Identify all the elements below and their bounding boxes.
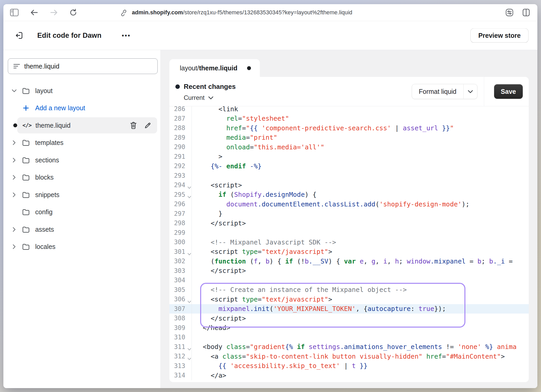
save-button[interactable]: Save — [494, 84, 523, 99]
editor-toolbar: Recent changes Current Format liquid — [169, 77, 529, 106]
file-search-box[interactable] — [8, 58, 158, 74]
address-bar[interactable]: admin.shopify.com/store/rzq1xu-f5/themes… — [132, 9, 352, 16]
line-number: 310 — [169, 333, 192, 342]
code-line-290[interactable]: 290 onload="this.media='all'" — [169, 142, 529, 152]
code-line-302[interactable]: 302 (function (f, b) { if (!b.__SV) { va… — [169, 256, 529, 266]
code-line-content: > — [192, 152, 529, 162]
code-line-content: <link — [192, 106, 529, 114]
code-line-content: <!-- Create an instance of the Mixpanel … — [192, 285, 529, 295]
sidebar-item-config[interactable]: config — [3, 204, 160, 221]
tab-theme-liquid[interactable]: layout/theme.liquid — [169, 59, 260, 77]
chevron-right-icon[interactable] — [10, 225, 19, 234]
code-line-content: rel="stylesheet" — [192, 114, 529, 124]
code-line-content: } — [192, 209, 529, 219]
format-liquid-button[interactable]: Format liquid — [412, 84, 477, 99]
code-line-308[interactable]: 308 </script> — [169, 314, 529, 323]
line-number: 297 — [169, 209, 192, 219]
sidebar-item-sections[interactable]: sections — [3, 151, 160, 169]
fold-chevron-icon[interactable] — [187, 358, 191, 360]
sidebar-item-label: snippets — [35, 191, 59, 199]
line-number: 289 — [169, 133, 192, 143]
code-line-288[interactable]: 288 href="{{ 'component-predictive-searc… — [169, 123, 529, 133]
chevron-right-icon[interactable] — [10, 242, 19, 251]
chevron-down-icon[interactable] — [10, 86, 19, 95]
fold-chevron-icon[interactable] — [187, 186, 191, 189]
code-line-311[interactable]: 311 <body class="gradient{% if settings.… — [169, 342, 529, 352]
format-options-chevron[interactable] — [464, 84, 477, 99]
sidebar-item-locales[interactable]: locales — [3, 238, 160, 256]
chevron-right-icon[interactable] — [10, 156, 19, 164]
fold-chevron-icon[interactable] — [187, 196, 191, 198]
folder-icon — [21, 224, 31, 235]
code-line-297[interactable]: 297 } — [169, 209, 529, 219]
code-line-301[interactable]: 301 <script type="text/javascript"> — [169, 247, 529, 257]
code-line-313[interactable]: 313 {{ 'accessibility.skip_to_text' | t … — [169, 361, 529, 371]
code-line-content: <script type="text/javascript"> — [192, 295, 529, 304]
line-number: 292 — [169, 161, 192, 171]
code-line-307[interactable]: 307 mixpanel.init('YOUR_MIXPANEL_TOKEN',… — [169, 304, 529, 314]
sidebar-toggle-icon[interactable] — [10, 8, 19, 17]
selected-file-row[interactable]: </>theme.liquid — [17, 117, 157, 133]
code-line-304[interactable]: 304 — [169, 275, 529, 285]
sidebar-item-templates[interactable]: templates — [3, 134, 160, 152]
more-actions-button[interactable]: ••• — [122, 32, 131, 39]
code-line-content: </script> — [192, 314, 529, 323]
fold-chevron-icon[interactable] — [187, 348, 191, 351]
code-line-295[interactable]: 295 if (Shopify.designMode) { — [169, 190, 529, 200]
code-line-314[interactable]: 314 </a> — [169, 371, 529, 380]
code-line-310[interactable]: 310 — [169, 333, 529, 342]
split-view-icon[interactable] — [522, 8, 531, 17]
page-settings-icon[interactable] — [505, 8, 514, 17]
back-icon[interactable] — [30, 8, 39, 17]
code-line-291[interactable]: 291 > — [169, 152, 529, 162]
code-line-298[interactable]: 298 </script> — [169, 218, 529, 228]
sidebar-item-blocks[interactable]: blocks — [3, 169, 160, 186]
unsaved-file-dot — [13, 124, 17, 127]
fold-chevron-icon[interactable] — [187, 301, 191, 303]
chevron-right-icon[interactable] — [10, 173, 19, 182]
code-line-294[interactable]: 294 <script> — [169, 180, 529, 190]
exit-editor-icon[interactable] — [14, 31, 24, 40]
forward-icon[interactable] — [50, 8, 58, 17]
line-number: 302 — [169, 256, 192, 266]
line-number: 307 — [169, 304, 192, 314]
code-line-312[interactable]: 312 <a class="skip-to-content-link butto… — [169, 352, 529, 361]
line-number: 288 — [169, 123, 192, 133]
code-line-303[interactable]: 303 </script> — [169, 266, 529, 276]
sidebar-item-assets[interactable]: assets — [3, 221, 160, 238]
code-line-289[interactable]: 289 media="print" — [169, 133, 529, 143]
code-line-287[interactable]: 287 rel="stylesheet" — [169, 114, 529, 124]
sidebar-item-add-a-new-layout[interactable]: Add a new layout — [3, 100, 160, 117]
reload-icon[interactable] — [69, 8, 78, 17]
code-line-300[interactable]: 300 <!-- Mixpanel Javascript SDK --> — [169, 237, 529, 247]
code-line-299[interactable]: 299 — [169, 228, 529, 238]
code-line-306[interactable]: 306 <script type="text/javascript"> — [169, 295, 529, 304]
code-line-292[interactable]: 292 {%- endif -%} — [169, 161, 529, 171]
code-line-305[interactable]: 305 <!-- Create an instance of the Mixpa… — [169, 285, 529, 295]
code-line-309[interactable]: 309 </head> — [169, 323, 529, 333]
rename-file-icon[interactable] — [144, 122, 151, 129]
sidebar-item-layout[interactable]: layout — [3, 82, 160, 100]
code-line-296[interactable]: 296 document.documentElement.classList.a… — [169, 199, 529, 209]
code-line-286[interactable]: 286 <link — [169, 106, 529, 114]
search-input[interactable] — [24, 63, 154, 70]
chevron-right-icon[interactable] — [10, 138, 19, 147]
sidebar-item-theme-liquid[interactable]: </>theme.liquid — [3, 117, 160, 134]
code-editor[interactable]: 286 <link287 rel="stylesheet"288 href="{… — [169, 106, 529, 382]
code-line-content: </script> — [192, 218, 529, 228]
line-number: 306 — [169, 295, 192, 304]
code-line-293[interactable]: 293 — [169, 171, 529, 181]
app-header: Edit code for Dawn ••• Preview store — [3, 21, 537, 50]
delete-file-icon[interactable] — [130, 121, 137, 129]
line-number: 298 — [169, 218, 192, 228]
chevron-placeholder — [10, 104, 19, 113]
sidebar-item-label: sections — [35, 156, 59, 164]
preview-store-button[interactable]: Preview store — [470, 28, 528, 43]
version-dropdown[interactable]: Current — [184, 94, 213, 101]
file-tree: layoutAdd a new layout</>theme.liquidtem… — [3, 82, 160, 255]
code-line-content: {{ 'accessibility.skip_to_text' | t }} — [192, 361, 529, 371]
fold-chevron-icon[interactable] — [187, 253, 191, 255]
sidebar-item-snippets[interactable]: snippets — [3, 186, 160, 204]
line-number: 313 — [169, 361, 192, 371]
chevron-right-icon[interactable] — [10, 190, 19, 199]
